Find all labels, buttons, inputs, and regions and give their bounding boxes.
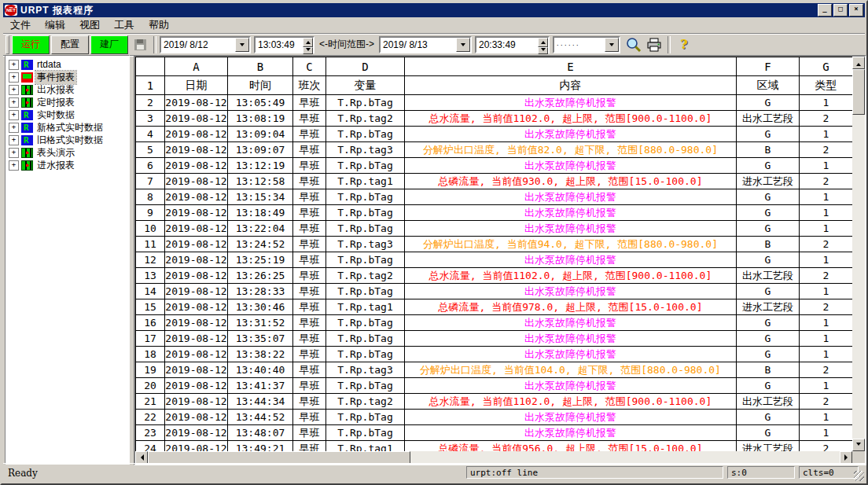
- column-header[interactable]: C: [293, 57, 326, 76]
- cell-shift[interactable]: 早班: [293, 95, 326, 111]
- cell-content[interactable]: 出水泵故障停机报警: [405, 331, 737, 347]
- menu-file[interactable]: 文件: [3, 17, 38, 33]
- cell-shift[interactable]: 早班: [293, 331, 326, 347]
- cell-date[interactable]: 2019-08-12: [165, 441, 228, 452]
- cell-shift[interactable]: 早班: [293, 394, 326, 410]
- cell-time[interactable]: 13:30:46: [228, 299, 293, 315]
- cell-area[interactable]: B: [737, 362, 800, 378]
- cell-time[interactable]: 13:22:04: [228, 221, 293, 237]
- cell-time[interactable]: 13:26:25: [228, 268, 293, 284]
- cell-date[interactable]: 2019-08-12: [165, 378, 228, 394]
- cell-area[interactable]: 进水工艺段: [737, 174, 800, 189]
- cell-time[interactable]: 13:12:58: [228, 174, 293, 189]
- cell-shift[interactable]: 早班: [293, 425, 326, 441]
- cell-shift[interactable]: 早班: [293, 284, 326, 299]
- cell-shift[interactable]: 早班: [293, 221, 326, 237]
- cell-content[interactable]: 总水流量, 当前值1102.0, 超上限, 范围[900.0-1100.0]: [405, 268, 737, 284]
- cell-content[interactable]: 出水泵故障停机报警: [405, 95, 737, 111]
- cell-area[interactable]: 出水工艺段: [737, 111, 800, 127]
- row-number[interactable]: 5: [136, 142, 165, 158]
- cell-date[interactable]: 2019-08-12: [165, 158, 228, 174]
- expand-plus-icon[interactable]: +: [9, 85, 19, 95]
- cell-content[interactable]: 分解炉出口温度, 当前值104.0, 超下限, 范围[880.0-980.0]: [405, 362, 737, 378]
- cell-area[interactable]: G: [737, 252, 800, 268]
- cell-time[interactable]: 13:38:22: [228, 347, 293, 362]
- tree-item[interactable]: +rtdata: [6, 58, 129, 71]
- cell-variable[interactable]: T.Rp.bTag: [326, 331, 405, 347]
- cell-type[interactable]: 1: [800, 158, 853, 174]
- cell-variable[interactable]: T.Rp.tag2: [326, 111, 405, 127]
- cell-content[interactable]: 总磷流量, 当前值930.0, 超上限, 范围[15.0-100.0]: [405, 174, 737, 189]
- expand-plus-icon[interactable]: +: [9, 72, 19, 83]
- row-number[interactable]: 22: [136, 410, 165, 425]
- cell-time[interactable]: 13:40:40: [228, 362, 293, 378]
- tree-item-label[interactable]: rtdata: [35, 59, 63, 70]
- expand-plus-icon[interactable]: +: [9, 135, 19, 145]
- cell-shift[interactable]: 早班: [293, 189, 326, 205]
- cell-content[interactable]: 总水流量, 当前值1102.0, 超上限, 范围[900.0-1100.0]: [405, 111, 737, 127]
- cell-content[interactable]: 出水泵故障停机报警: [405, 378, 737, 394]
- cell-date[interactable]: 2019-08-12: [165, 142, 228, 158]
- cell-time[interactable]: 13:09:07: [228, 142, 293, 158]
- filter-combo[interactable]: . . . . . .: [553, 36, 620, 53]
- cell-type[interactable]: 1: [800, 189, 853, 205]
- spin-up-icon[interactable]: [538, 38, 548, 47]
- cell-shift[interactable]: 早班: [293, 441, 326, 452]
- cell-area[interactable]: G: [737, 378, 800, 394]
- cell-time[interactable]: 13:44:34: [228, 394, 293, 410]
- cell-time[interactable]: 13:48:07: [228, 425, 293, 441]
- cell-content[interactable]: 出水泵故障停机报警: [405, 284, 737, 299]
- expand-plus-icon[interactable]: +: [9, 60, 19, 70]
- cell-shift[interactable]: 早班: [293, 378, 326, 394]
- cell-date[interactable]: 2019-08-12: [165, 174, 228, 189]
- cell-type[interactable]: 2: [800, 441, 853, 452]
- cell-type[interactable]: 1: [800, 425, 853, 441]
- filter-combo-value[interactable]: . . . . . .: [554, 38, 605, 52]
- cell-area[interactable]: G: [737, 95, 800, 111]
- cell-variable[interactable]: T.Rp.tag3: [326, 362, 405, 378]
- cell-type[interactable]: 2: [800, 111, 853, 127]
- cell-area[interactable]: G: [737, 284, 800, 299]
- cell-variable[interactable]: T.Rp.tag3: [326, 142, 405, 158]
- cell-date[interactable]: 2019-08-12: [165, 127, 228, 142]
- row-number[interactable]: 8: [136, 189, 165, 205]
- row-number[interactable]: 6: [136, 158, 165, 174]
- cell-shift[interactable]: 早班: [293, 237, 326, 252]
- cell-date[interactable]: 2019-08-12: [165, 252, 228, 268]
- cell-type[interactable]: 1: [800, 252, 853, 268]
- cell-shift[interactable]: 早班: [293, 142, 326, 158]
- cell-time[interactable]: 13:35:07: [228, 331, 293, 347]
- cell-content[interactable]: 出水泵故障停机报警: [405, 425, 737, 441]
- tree-item-label[interactable]: 旧格式实时数据: [35, 134, 105, 147]
- row-number[interactable]: 1: [136, 76, 165, 95]
- cell-shift[interactable]: 早班: [293, 268, 326, 284]
- cell-variable[interactable]: T.Rp.bTag: [326, 189, 405, 205]
- start-date-value[interactable]: 2019/ 8/12: [161, 38, 235, 52]
- cell-type[interactable]: 1: [800, 347, 853, 362]
- cell-area[interactable]: G: [737, 205, 800, 221]
- cell-variable[interactable]: T.Rp.bTag: [326, 410, 405, 425]
- cell-variable[interactable]: T.Rp.bTag: [326, 127, 405, 142]
- cell-time[interactable]: 13:08:19: [228, 111, 293, 127]
- tree-item-label[interactable]: 定时报表: [35, 96, 76, 109]
- cell-time[interactable]: 13:28:33: [228, 284, 293, 299]
- row-number[interactable]: 17: [136, 331, 165, 347]
- cell-shift[interactable]: 早班: [293, 410, 326, 425]
- cell-time[interactable]: 13:24:52: [228, 237, 293, 252]
- tree-item-label[interactable]: 实时数据: [35, 108, 76, 122]
- tree-item[interactable]: +事件报表: [6, 71, 129, 83]
- cell-date[interactable]: 2019-08-12: [165, 237, 228, 252]
- cell-time[interactable]: 13:12:19: [228, 158, 293, 174]
- start-time-value[interactable]: 13:03:49: [256, 38, 303, 52]
- row-number[interactable]: 16: [136, 315, 165, 331]
- cell-date[interactable]: 2019-08-12: [165, 347, 228, 362]
- cell-variable[interactable]: T.Rp.bTag: [326, 95, 405, 111]
- cell-type[interactable]: 1: [800, 410, 853, 425]
- cell-date[interactable]: 2019-08-12: [165, 425, 228, 441]
- cell-type[interactable]: 2: [800, 142, 853, 158]
- header-cell[interactable]: 时间: [228, 76, 293, 95]
- cell-variable[interactable]: T.Rp.bTag: [326, 284, 405, 299]
- close-button[interactable]: ×: [849, 4, 863, 17]
- cell-type[interactable]: 2: [800, 394, 853, 410]
- start-date-picker[interactable]: 2019/ 8/12: [160, 36, 251, 53]
